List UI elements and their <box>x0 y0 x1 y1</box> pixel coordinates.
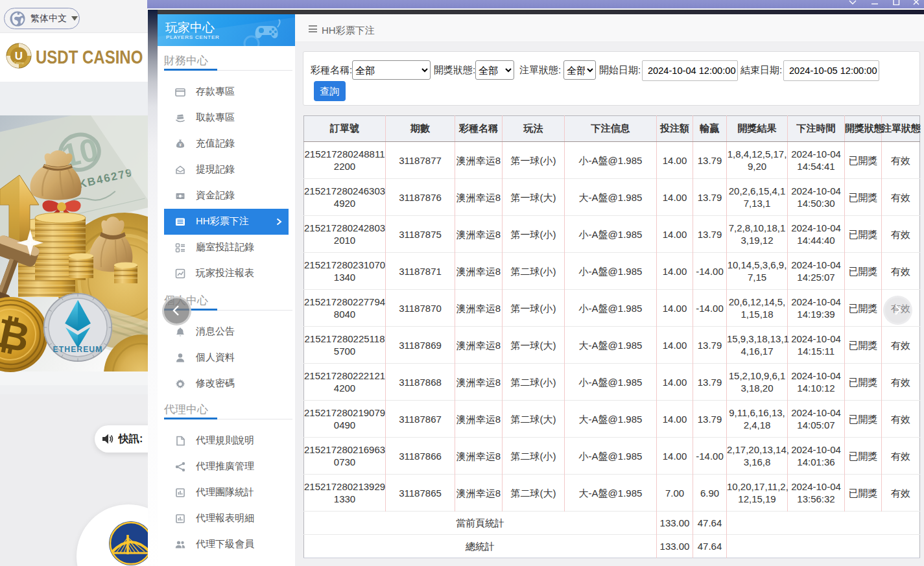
svg-text:¥: ¥ <box>179 143 182 147</box>
svg-text:Casino: Casino <box>14 61 24 65</box>
svg-text:ETHEREUM: ETHEREUM <box>53 345 103 354</box>
